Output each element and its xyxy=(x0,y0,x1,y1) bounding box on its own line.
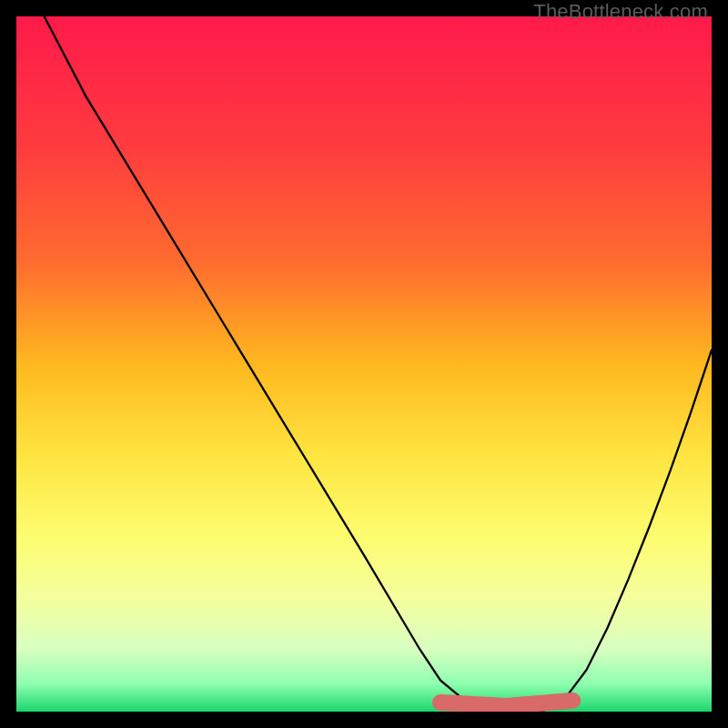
bottleneck-curve xyxy=(16,16,712,712)
chart-container: TheBottleneck.com xyxy=(0,0,728,728)
watermark-text: TheBottleneck.com xyxy=(533,0,708,24)
plot-area xyxy=(16,16,712,712)
